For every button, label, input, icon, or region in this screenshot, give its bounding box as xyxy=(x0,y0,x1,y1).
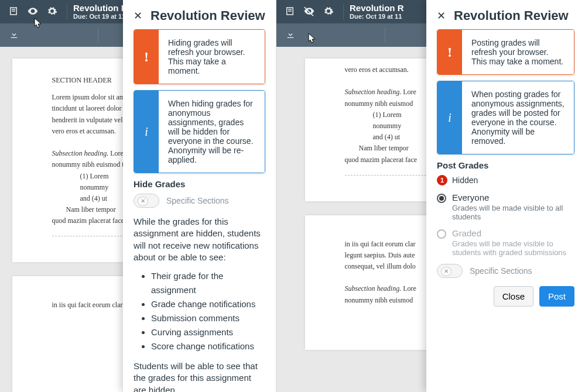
assignment-title-block: Revolution R Due: Oct 19 at 11 xyxy=(73,4,128,20)
warning-text: Hiding grades will refresh your browser.… xyxy=(159,30,265,84)
warning-alert: ! Posting grades will refresh your brows… xyxy=(437,29,574,75)
gear-icon[interactable] xyxy=(323,6,334,18)
specific-sections-toggle[interactable] xyxy=(437,264,463,278)
hide-grades-label: Hide Grades xyxy=(134,179,265,189)
specific-sections-label: Specific Sections xyxy=(166,196,229,205)
hidden-count-badge: 1 xyxy=(437,175,447,185)
post-grades-label: Post Grades xyxy=(437,160,574,170)
assignment-title: Revolution R xyxy=(350,4,404,12)
panel-title: Revolution Review xyxy=(454,8,569,23)
rubric-icon[interactable] xyxy=(285,6,295,18)
option-label: Everyone xyxy=(452,192,574,202)
post-grades-panel: ✕ Revolution Review ! Posting grades wil… xyxy=(426,0,585,392)
hide-grades-panel: ✕ Revolution Review ! Hiding grades will… xyxy=(123,0,276,392)
warning-alert: ! Hiding grades will refresh your browse… xyxy=(134,29,265,84)
download-icon[interactable] xyxy=(286,30,295,41)
exclamation-icon: ! xyxy=(437,30,462,74)
rubric-icon[interactable] xyxy=(8,6,19,18)
mouse-cursor-icon xyxy=(308,33,317,44)
specific-sections-label: Specific Sections xyxy=(470,266,532,276)
hide-grades-view: Revolution R Due: Oct 19 at 11 Page SECT… xyxy=(0,0,276,392)
list-item: Submission comments xyxy=(151,311,265,325)
option-desc: Grades will be made visible to students … xyxy=(452,239,574,257)
intro-paragraph: While the grades for this assignment are… xyxy=(134,216,265,263)
warning-text: Posting grades will refresh your browser… xyxy=(462,30,574,74)
info-icon: i xyxy=(134,91,159,173)
info-icon: i xyxy=(437,81,462,154)
download-icon[interactable] xyxy=(9,30,19,41)
close-icon[interactable]: ✕ xyxy=(437,9,446,22)
hidden-items-list: Their grade for the assignment Grade cha… xyxy=(134,269,265,353)
close-button[interactable]: Close xyxy=(494,286,533,307)
info-alert: i When hiding grades for anonymous assig… xyxy=(134,90,265,173)
list-item: Curving assignments xyxy=(151,325,265,339)
assignment-due: Due: Oct 19 at 11 xyxy=(73,13,128,20)
list-item: Grade change notifications xyxy=(151,297,265,311)
visibility-icon[interactable] xyxy=(27,5,39,19)
info-text: When hiding grades for anonymous assignm… xyxy=(159,91,265,173)
list-item: Score change notifications xyxy=(151,339,265,353)
post-grades-view: Revolution R Due: Oct 19 at 11 Page vero… xyxy=(276,0,585,392)
post-button[interactable]: Post xyxy=(539,286,574,307)
info-text: When posting grades for anonymous assign… xyxy=(462,81,574,154)
hidden-label: Hidden xyxy=(452,176,478,185)
list-item: Their grade for the assignment xyxy=(151,269,265,297)
panel-title: Revolution Review xyxy=(150,8,265,23)
paragraph: Students will be able to see that the gr… xyxy=(134,360,265,392)
radio-option-everyone[interactable]: Everyone Grades will be made visible to … xyxy=(437,192,574,221)
assignment-title-block: Revolution R Due: Oct 19 at 11 xyxy=(350,4,404,20)
specific-sections-toggle[interactable] xyxy=(134,194,159,208)
gear-icon[interactable] xyxy=(47,6,57,18)
visibility-off-icon[interactable] xyxy=(303,5,315,19)
close-icon[interactable]: ✕ xyxy=(134,9,142,22)
option-desc: Grades will be made visible to all stude… xyxy=(452,204,574,221)
mouse-cursor-icon xyxy=(34,18,43,29)
assignment-due: Due: Oct 19 at 11 xyxy=(350,13,404,20)
option-label: Graded xyxy=(452,228,574,238)
assignment-title: Revolution R xyxy=(73,4,128,12)
info-alert: i When posting grades for anonymous assi… xyxy=(437,81,574,154)
radio-option-graded: Graded Grades will be made visible to st… xyxy=(437,228,574,257)
radio-icon[interactable] xyxy=(437,194,446,203)
radio-icon xyxy=(437,229,446,239)
hidden-status: 1 Hidden xyxy=(437,175,574,185)
exclamation-icon: ! xyxy=(134,30,159,84)
